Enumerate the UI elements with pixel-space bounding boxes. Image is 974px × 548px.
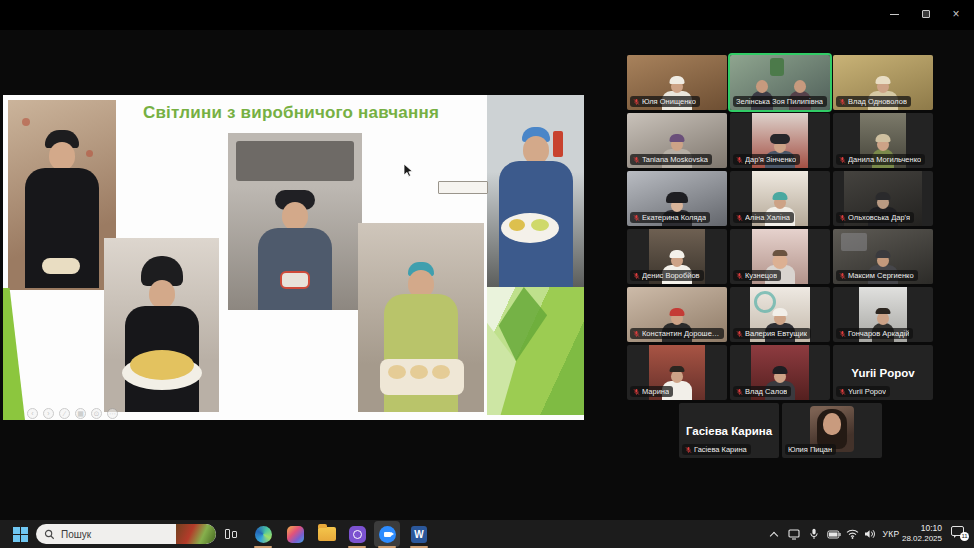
cast-display-icon	[788, 529, 800, 540]
microphone-tray-button[interactable]	[806, 520, 822, 548]
muted-mic-icon	[736, 272, 743, 280]
muted-mic-icon	[839, 388, 846, 396]
slide-photo-chef-left	[8, 100, 116, 290]
participant-tile[interactable]: Константин Дорошен…	[627, 287, 727, 342]
notification-count-badge: 11	[960, 532, 969, 541]
participant-name: Константин Дорошен…	[642, 329, 720, 338]
participant-tile[interactable]: Юля Онищенко	[627, 55, 727, 110]
zoom-icon	[379, 526, 396, 543]
participant-tile[interactable]: Максим Сергиенко	[833, 229, 933, 284]
cast-display-button[interactable]	[786, 520, 802, 548]
word-button[interactable]: W	[406, 521, 432, 547]
viber-icon	[349, 526, 366, 543]
file-explorer-icon	[318, 527, 336, 541]
muted-mic-icon	[633, 156, 640, 164]
minimize-button[interactable]	[886, 6, 902, 22]
participant-tile-active-speaker[interactable]: Зелінська Зоя Пилипівна	[730, 55, 830, 110]
participant-name: Марина	[642, 387, 669, 396]
participant-tile[interactable]: Марина	[627, 345, 727, 400]
close-button[interactable]: ×	[948, 6, 964, 22]
participant-name: Юля Онищенко	[642, 97, 696, 106]
muted-mic-icon	[633, 98, 640, 106]
notification-center-button[interactable]: 11	[951, 525, 968, 540]
muted-mic-icon	[736, 214, 743, 222]
restore-button[interactable]	[918, 6, 934, 22]
participant-name: Влад Салов	[745, 387, 787, 396]
zoom-app-button[interactable]	[374, 521, 400, 547]
participant-name: Дар'я Зінченко	[745, 155, 796, 164]
search-highlight-image	[176, 524, 216, 544]
participant-tile[interactable]: Аліна Халіна	[730, 171, 830, 226]
language-switcher[interactable]: УКР	[880, 520, 902, 548]
slide-green-wedge	[3, 288, 25, 420]
battery-tray-button[interactable]	[826, 520, 842, 548]
search-input[interactable]: Пошук	[36, 524, 216, 544]
more-options-icon[interactable]: ⋯	[107, 408, 118, 419]
participant-name: Максим Сергиенко	[848, 271, 914, 280]
task-view-button[interactable]	[218, 521, 244, 547]
muted-mic-icon	[736, 330, 743, 338]
participant-tile[interactable]: Данила Могильченко	[833, 113, 933, 168]
muted-mic-icon	[633, 214, 640, 222]
hidden-icons-chevron[interactable]	[766, 520, 782, 548]
muted-mic-icon	[736, 388, 743, 396]
wifi-tray-button[interactable]	[844, 520, 860, 548]
muted-mic-icon	[633, 272, 640, 280]
slide-photo-chef-cake	[104, 238, 219, 412]
zoom-slide-icon[interactable]: ⊙	[91, 408, 102, 419]
clock[interactable]: 10:10 28.02.2025	[902, 523, 942, 544]
participant-tile[interactable]: Денис Воробйов	[627, 229, 727, 284]
file-explorer-button[interactable]	[314, 521, 340, 547]
next-slide-icon[interactable]: ›	[43, 408, 54, 419]
muted-mic-icon	[839, 156, 846, 164]
participant-tile[interactable]: Ольховська Дар'я	[833, 171, 933, 226]
participant-tile[interactable]: Yurii Popov Yurii Popov	[833, 345, 933, 400]
copilot-icon	[287, 526, 304, 543]
mouse-cursor	[403, 163, 414, 178]
participant-tile[interactable]: Гончаров Аркадій	[833, 287, 933, 342]
participant-tile[interactable]: Гасіева Карина Гасіева Карина	[679, 403, 779, 458]
language-label: УКР	[883, 529, 900, 539]
edge-button[interactable]	[250, 521, 276, 547]
participant-name: Данила Могильченко	[848, 155, 921, 164]
prev-slide-icon[interactable]: ‹	[27, 408, 38, 419]
participant-name: Taniana Moskovska	[642, 155, 708, 164]
volume-tray-button[interactable]	[862, 520, 878, 548]
zoom-meeting-window: × Світлини з виробничого навчання	[0, 0, 974, 548]
copilot-button[interactable]	[282, 521, 308, 547]
participant-tile[interactable]: Екатерина Коляда	[627, 171, 727, 226]
shared-slide: Світлини з виробничого навчання	[3, 95, 584, 420]
participant-tile[interactable]: Валерия Евтущик	[730, 287, 830, 342]
slide-photo-kitchen-girl	[228, 133, 362, 310]
search-icon	[44, 529, 55, 540]
participant-name: Yurii Popov	[848, 387, 886, 396]
participant-name: Влад Одноволов	[848, 97, 907, 106]
pen-icon[interactable]: ∕	[59, 408, 70, 419]
participant-tile[interactable]: Влад Одноволов	[833, 55, 933, 110]
participant-name: Гасіева Карина	[694, 445, 747, 454]
slideshow-controls: ‹ › ∕ ▦ ⊙ ⋯	[27, 408, 118, 419]
participant-name: Гончаров Аркадій	[848, 329, 909, 338]
slide-photo-plate-right	[487, 95, 584, 287]
edge-icon	[255, 526, 272, 543]
muted-mic-icon	[839, 98, 846, 106]
participant-name: Юлия Пицан	[788, 445, 832, 454]
participant-tile[interactable]: Дар'я Зінченко	[730, 113, 830, 168]
windows-logo-icon	[13, 527, 28, 542]
muted-mic-icon	[839, 272, 846, 280]
start-button[interactable]	[6, 520, 34, 548]
muted-mic-icon	[685, 446, 692, 454]
viber-button[interactable]	[344, 521, 370, 547]
task-view-icon	[225, 529, 237, 539]
show-all-slides-icon[interactable]: ▦	[75, 408, 86, 419]
participant-tile[interactable]: Влад Салов	[730, 345, 830, 400]
muted-mic-icon	[839, 214, 846, 222]
participant-name: Денис Воробйов	[642, 271, 700, 280]
participant-tile[interactable]: Taniana Moskovska	[627, 113, 727, 168]
date-label: 28.02.2025	[902, 534, 942, 544]
participant-tile[interactable]: Кузнецов	[730, 229, 830, 284]
muted-mic-icon	[736, 156, 743, 164]
participant-tile[interactable]: Юлия Пицан	[782, 403, 882, 458]
muted-mic-icon	[839, 330, 846, 338]
battery-icon	[827, 530, 841, 539]
